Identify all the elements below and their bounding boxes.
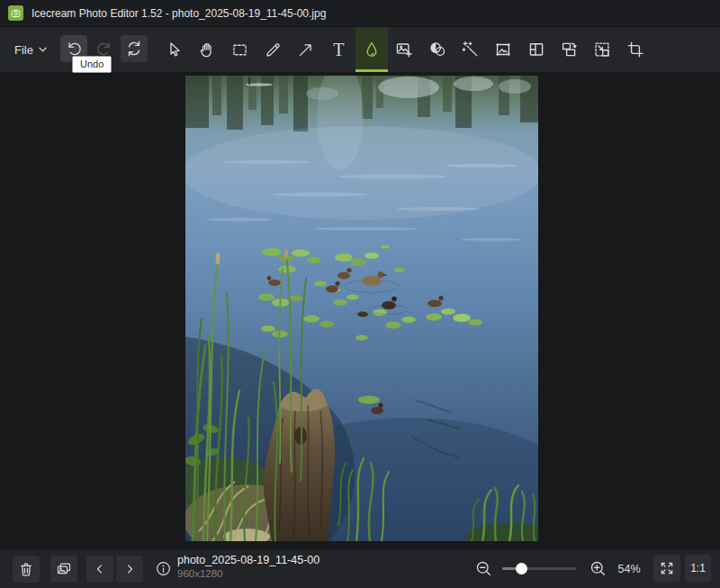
tool-draw[interactable] bbox=[256, 27, 290, 72]
tool-resize[interactable] bbox=[586, 27, 619, 72]
layout-icon bbox=[526, 40, 546, 59]
zoom-percent: 54% bbox=[613, 563, 645, 575]
tool-hand[interactable] bbox=[191, 27, 224, 72]
text-icon: T bbox=[333, 41, 344, 59]
expand-icon bbox=[658, 559, 676, 577]
zoom-in-button[interactable] bbox=[589, 559, 608, 578]
pencil-icon bbox=[264, 41, 283, 59]
tool-adjust-colors[interactable] bbox=[421, 27, 454, 72]
undo-tooltip: Undo bbox=[72, 56, 112, 73]
title-bar: Icecream Photo Editor 1.52 - photo_2025-… bbox=[0, 0, 720, 27]
canvas-area[interactable] bbox=[0, 72, 720, 549]
hand-icon bbox=[197, 41, 216, 59]
zoom-out-button[interactable] bbox=[474, 559, 493, 578]
color-circles-icon bbox=[428, 40, 447, 59]
image-info bbox=[155, 560, 172, 577]
file-dimensions: 960x1280 bbox=[177, 569, 320, 580]
tool-arrow[interactable] bbox=[289, 27, 322, 72]
zoom-out-icon bbox=[474, 559, 493, 578]
tool-tabs: T bbox=[158, 27, 652, 72]
chevron-right-icon bbox=[122, 561, 138, 577]
tool-filters[interactable] bbox=[356, 27, 389, 72]
photo-canvas[interactable] bbox=[185, 76, 538, 541]
delete-button[interactable] bbox=[13, 556, 40, 583]
file-name: photo_2025-08-19_11-45-00 bbox=[177, 555, 320, 566]
gallery-button[interactable] bbox=[50, 556, 77, 583]
tool-crop[interactable] bbox=[618, 27, 652, 72]
previous-image-button[interactable] bbox=[86, 556, 113, 583]
tool-pointer[interactable] bbox=[158, 27, 191, 72]
window-title: Icecream Photo Editor 1.52 - photo_2025-… bbox=[32, 7, 326, 20]
arrow-icon bbox=[296, 41, 315, 59]
app-logo bbox=[8, 5, 23, 21]
droplet-icon bbox=[362, 40, 382, 59]
crop-icon bbox=[626, 40, 645, 59]
gallery-icon bbox=[55, 560, 73, 578]
frame-icon bbox=[493, 40, 513, 59]
info-icon bbox=[155, 560, 172, 577]
marquee-icon bbox=[230, 41, 249, 59]
zoom-slider[interactable] bbox=[502, 567, 576, 570]
zoom-in-icon bbox=[589, 559, 608, 578]
photo-editor-window: Icecream Photo Editor 1.52 - photo_2025-… bbox=[0, 0, 720, 588]
actual-size-button[interactable]: 1:1 bbox=[685, 555, 711, 582]
tool-effects[interactable] bbox=[454, 27, 487, 72]
reset-icon bbox=[124, 39, 144, 59]
file-meta: photo_2025-08-19_11-45-00 960x1280 bbox=[177, 555, 320, 579]
next-image-button[interactable] bbox=[116, 556, 143, 583]
lake-ducks-photo bbox=[185, 76, 538, 541]
file-menu-label: File bbox=[14, 43, 33, 57]
tool-rotate-copy[interactable] bbox=[553, 27, 586, 72]
camera-icon bbox=[10, 7, 22, 19]
chevron-down-icon bbox=[39, 47, 47, 53]
pointer-icon bbox=[165, 41, 184, 59]
rotate-copy-icon bbox=[559, 40, 579, 59]
tool-select-area[interactable] bbox=[223, 27, 256, 72]
magic-wand-icon bbox=[461, 40, 481, 59]
resize-icon bbox=[592, 40, 612, 59]
status-bar: photo_2025-08-19_11-45-00 960x1280 54% bbox=[0, 549, 720, 588]
tool-frame[interactable] bbox=[487, 27, 520, 72]
tool-add-image[interactable] bbox=[388, 27, 421, 72]
image-plus-icon bbox=[394, 40, 414, 59]
trash-icon bbox=[17, 560, 35, 578]
tool-collage[interactable] bbox=[520, 27, 554, 72]
file-menu[interactable]: File bbox=[14, 27, 47, 72]
zoom-slider-knob[interactable] bbox=[516, 563, 527, 574]
fit-screen-button[interactable] bbox=[653, 555, 680, 582]
tool-text[interactable]: T bbox=[322, 27, 356, 72]
reset-button[interactable] bbox=[121, 35, 148, 62]
chevron-left-icon bbox=[92, 561, 108, 577]
